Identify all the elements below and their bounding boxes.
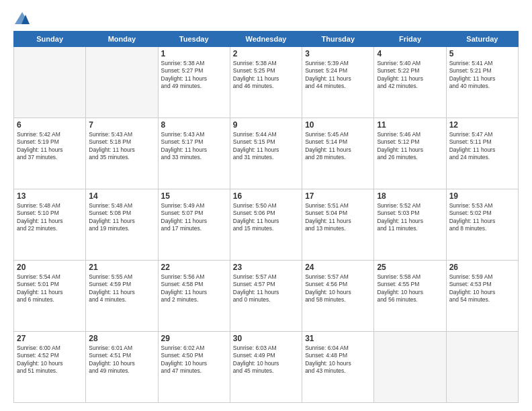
calendar-cell: 3Sunrise: 5:39 AMSunset: 5:24 PMDaylight…: [302, 47, 374, 118]
day-number: 4: [377, 49, 443, 58]
day-info: Sunrise: 5:51 AMSunset: 5:04 PMDaylight:…: [305, 202, 371, 233]
day-number: 3: [305, 49, 371, 58]
day-info: Sunrise: 6:02 AMSunset: 4:50 PMDaylight:…: [161, 345, 227, 375]
logo-icon: [15, 12, 30, 24]
calendar-cell: 11Sunrise: 5:46 AMSunset: 5:12 PMDayligh…: [374, 118, 446, 189]
calendar-week-row: 27Sunrise: 6:00 AMSunset: 4:52 PMDayligh…: [14, 332, 519, 403]
day-number: 25: [377, 263, 443, 272]
day-info: Sunrise: 5:50 AMSunset: 5:06 PMDaylight:…: [233, 202, 299, 233]
calendar-cell: 26Sunrise: 5:59 AMSunset: 4:53 PMDayligh…: [446, 261, 518, 332]
day-info: Sunrise: 5:56 AMSunset: 4:58 PMDaylight:…: [161, 273, 227, 304]
calendar-cell: 31Sunrise: 6:04 AMSunset: 4:48 PMDayligh…: [302, 332, 374, 403]
day-info: Sunrise: 5:41 AMSunset: 5:21 PMDaylight:…: [449, 60, 515, 91]
calendar-cell: [86, 47, 158, 118]
calendar-cell: 18Sunrise: 5:52 AMSunset: 5:03 PMDayligh…: [374, 189, 446, 261]
day-info: Sunrise: 5:38 AMSunset: 5:25 PMDaylight:…: [233, 60, 299, 91]
day-info: Sunrise: 5:43 AMSunset: 5:17 PMDaylight:…: [161, 131, 227, 162]
day-number: 5: [449, 49, 515, 58]
day-number: 18: [377, 191, 443, 201]
day-number: 6: [17, 120, 83, 130]
calendar-cell: 14Sunrise: 5:48 AMSunset: 5:08 PMDayligh…: [86, 189, 158, 261]
day-info: Sunrise: 6:00 AMSunset: 4:52 PMDaylight:…: [17, 345, 83, 375]
day-info: Sunrise: 5:53 AMSunset: 5:02 PMDaylight:…: [449, 202, 515, 233]
day-info: Sunrise: 5:40 AMSunset: 5:22 PMDaylight:…: [377, 60, 443, 91]
calendar-week-row: 20Sunrise: 5:54 AMSunset: 5:01 PMDayligh…: [14, 261, 519, 332]
weekday-header-row: SundayMondayTuesdayWednesdayThursdayFrid…: [14, 32, 519, 47]
day-number: 26: [449, 263, 515, 272]
day-info: Sunrise: 5:39 AMSunset: 5:24 PMDaylight:…: [305, 60, 371, 91]
day-info: Sunrise: 5:45 AMSunset: 5:14 PMDaylight:…: [305, 131, 371, 162]
day-number: 9: [233, 120, 299, 130]
day-number: 17: [305, 191, 371, 201]
day-number: 21: [89, 263, 154, 272]
calendar-cell: [446, 332, 518, 403]
day-number: 1: [161, 49, 227, 58]
day-info: Sunrise: 5:43 AMSunset: 5:18 PMDaylight:…: [89, 131, 154, 162]
calendar-cell: 16Sunrise: 5:50 AMSunset: 5:06 PMDayligh…: [230, 189, 302, 261]
calendar-cell: 12Sunrise: 5:47 AMSunset: 5:11 PMDayligh…: [446, 118, 518, 189]
day-number: 7: [89, 120, 154, 130]
day-info: Sunrise: 5:58 AMSunset: 4:55 PMDaylight:…: [377, 273, 443, 304]
day-info: Sunrise: 5:48 AMSunset: 5:10 PMDaylight:…: [17, 202, 83, 233]
day-number: 24: [305, 263, 371, 272]
header: [13, 12, 519, 24]
calendar-cell: 27Sunrise: 6:00 AMSunset: 4:52 PMDayligh…: [14, 332, 86, 403]
calendar-cell: 22Sunrise: 5:56 AMSunset: 4:58 PMDayligh…: [158, 261, 230, 332]
calendar-cell: 5Sunrise: 5:41 AMSunset: 5:21 PMDaylight…: [446, 47, 518, 118]
calendar-week-row: 6Sunrise: 5:42 AMSunset: 5:19 PMDaylight…: [14, 118, 519, 189]
calendar-cell: 23Sunrise: 5:57 AMSunset: 4:57 PMDayligh…: [230, 261, 302, 332]
day-number: 15: [161, 191, 227, 201]
day-number: 14: [89, 191, 154, 201]
calendar-cell: 7Sunrise: 5:43 AMSunset: 5:18 PMDaylight…: [86, 118, 158, 189]
calendar-cell: 9Sunrise: 5:44 AMSunset: 5:15 PMDaylight…: [230, 118, 302, 189]
day-info: Sunrise: 5:49 AMSunset: 5:07 PMDaylight:…: [161, 202, 227, 233]
day-info: Sunrise: 5:54 AMSunset: 5:01 PMDaylight:…: [17, 273, 83, 304]
weekday-header: Friday: [374, 32, 446, 47]
calendar-week-row: 1Sunrise: 5:38 AMSunset: 5:27 PMDaylight…: [14, 47, 519, 118]
day-info: Sunrise: 6:04 AMSunset: 4:48 PMDaylight:…: [305, 345, 371, 375]
day-number: 20: [17, 263, 83, 272]
day-info: Sunrise: 5:59 AMSunset: 4:53 PMDaylight:…: [449, 273, 515, 304]
day-info: Sunrise: 5:57 AMSunset: 4:56 PMDaylight:…: [305, 273, 371, 304]
day-info: Sunrise: 5:48 AMSunset: 5:08 PMDaylight:…: [89, 202, 154, 233]
calendar-cell: 1Sunrise: 5:38 AMSunset: 5:27 PMDaylight…: [158, 47, 230, 118]
calendar-cell: 4Sunrise: 5:40 AMSunset: 5:22 PMDaylight…: [374, 47, 446, 118]
calendar-cell: 19Sunrise: 5:53 AMSunset: 5:02 PMDayligh…: [446, 189, 518, 261]
day-number: 12: [449, 120, 515, 130]
calendar-cell: 13Sunrise: 5:48 AMSunset: 5:10 PMDayligh…: [14, 189, 86, 261]
day-info: Sunrise: 6:01 AMSunset: 4:51 PMDaylight:…: [89, 345, 154, 375]
day-info: Sunrise: 5:38 AMSunset: 5:27 PMDaylight:…: [161, 60, 227, 91]
day-number: 13: [17, 191, 83, 201]
day-info: Sunrise: 5:47 AMSunset: 5:11 PMDaylight:…: [449, 131, 515, 162]
day-number: 19: [449, 191, 515, 201]
calendar-cell: 10Sunrise: 5:45 AMSunset: 5:14 PMDayligh…: [302, 118, 374, 189]
calendar-cell: 2Sunrise: 5:38 AMSunset: 5:25 PMDaylight…: [230, 47, 302, 118]
calendar-cell: 20Sunrise: 5:54 AMSunset: 5:01 PMDayligh…: [14, 261, 86, 332]
day-info: Sunrise: 5:46 AMSunset: 5:12 PMDaylight:…: [377, 131, 443, 162]
calendar-cell: 24Sunrise: 5:57 AMSunset: 4:56 PMDayligh…: [302, 261, 374, 332]
day-number: 30: [233, 334, 299, 343]
calendar-cell: 28Sunrise: 6:01 AMSunset: 4:51 PMDayligh…: [86, 332, 158, 403]
calendar-cell: 6Sunrise: 5:42 AMSunset: 5:19 PMDaylight…: [14, 118, 86, 189]
weekday-header: Sunday: [14, 32, 86, 47]
day-info: Sunrise: 5:44 AMSunset: 5:15 PMDaylight:…: [233, 131, 299, 162]
calendar-cell: 29Sunrise: 6:02 AMSunset: 4:50 PMDayligh…: [158, 332, 230, 403]
day-number: 8: [161, 120, 227, 130]
day-number: 27: [17, 334, 83, 343]
weekday-header: Monday: [86, 32, 158, 47]
day-info: Sunrise: 5:52 AMSunset: 5:03 PMDaylight:…: [377, 202, 443, 233]
weekday-header: Thursday: [302, 32, 374, 47]
page: SundayMondayTuesdayWednesdayThursdayFrid…: [0, 0, 532, 411]
day-info: Sunrise: 5:55 AMSunset: 4:59 PMDaylight:…: [89, 273, 154, 304]
calendar-cell: 25Sunrise: 5:58 AMSunset: 4:55 PMDayligh…: [374, 261, 446, 332]
calendar-cell: 17Sunrise: 5:51 AMSunset: 5:04 PMDayligh…: [302, 189, 374, 261]
calendar-cell: 8Sunrise: 5:43 AMSunset: 5:17 PMDaylight…: [158, 118, 230, 189]
day-number: 16: [233, 191, 299, 201]
weekday-header: Wednesday: [230, 32, 302, 47]
calendar-cell: [14, 47, 86, 118]
calendar-table: SundayMondayTuesdayWednesdayThursdayFrid…: [13, 31, 519, 403]
day-number: 2: [233, 49, 299, 58]
calendar-cell: [374, 332, 446, 403]
calendar-week-row: 13Sunrise: 5:48 AMSunset: 5:10 PMDayligh…: [14, 189, 519, 261]
calendar-cell: 15Sunrise: 5:49 AMSunset: 5:07 PMDayligh…: [158, 189, 230, 261]
